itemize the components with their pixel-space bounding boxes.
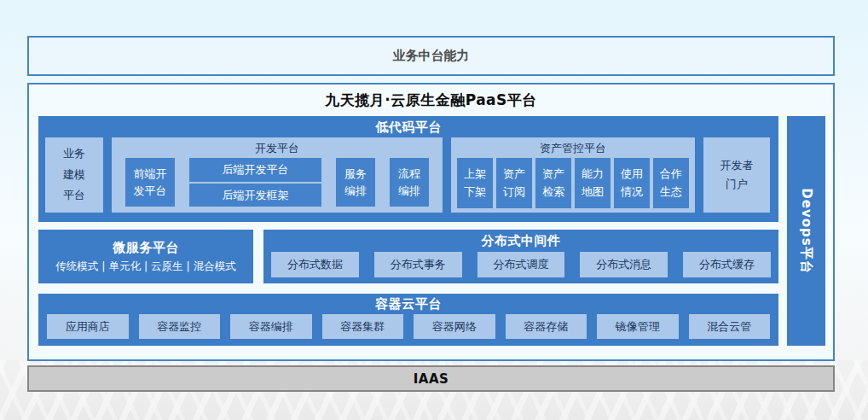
container-cloud-title: 容器云平台 bbox=[38, 294, 778, 314]
low-code-platform-section: 低代码平台 业务 建模 平台 开发平台 前端开 发平台 后端开发平台 后端开发框… bbox=[38, 116, 778, 222]
asset-control-platform-group: 资产管控平台 上架 下架 资产 订阅 资产 检索 能力 地图 使用 情况 合作 … bbox=[451, 137, 695, 213]
distributed-middleware-section: 分布式中间件 分布式数据 分布式事务 分布式调度 分布式消息 分布式缓存 bbox=[263, 230, 778, 283]
asset-control-items: 上架 下架 资产 订阅 资产 检索 能力 地图 使用 情况 合作 生态 bbox=[451, 158, 695, 213]
dev-platform-items: 前端开 发平台 后端开发平台 后端开发框架 服务 编排 流程 编排 bbox=[112, 158, 443, 213]
middleware-item-data: 分布式数据 bbox=[271, 252, 359, 277]
iaas-label: IAAS bbox=[414, 371, 449, 387]
paas-platform-content: 低代码平台 业务 建模 平台 开发平台 前端开 发平台 后端开发平台 后端开发框… bbox=[29, 116, 833, 346]
asset-item-shelf: 上架 下架 bbox=[457, 158, 493, 208]
asset-control-platform-title: 资产管控平台 bbox=[451, 137, 695, 158]
microservice-platform-title: 微服务平台 bbox=[113, 240, 179, 256]
platform-sections-column: 低代码平台 业务 建模 平台 开发平台 前端开 发平台 后端开发平台 后端开发框… bbox=[38, 116, 778, 346]
middleware-item-transaction: 分布式事务 bbox=[374, 252, 462, 277]
microservice-platform-box: 微服务平台 传统模式 | 单元化 | 云原生 | 混合模式 bbox=[38, 230, 253, 283]
devops-platform-bar: Devops平台 bbox=[787, 116, 825, 346]
asset-item-capability-map: 能力 地图 bbox=[575, 158, 610, 208]
asset-item-subscribe: 资产 订阅 bbox=[496, 158, 532, 208]
top-banner-business-midplatform: 业务中台能力 bbox=[27, 36, 835, 76]
asset-item-usage: 使用 情况 bbox=[614, 158, 650, 208]
asset-item-ecosystem: 合作 生态 bbox=[653, 158, 689, 208]
backend-dev-platform-box: 后端开发平台 bbox=[189, 158, 321, 182]
business-modeling-platform-box: 业务 建模 平台 bbox=[45, 137, 103, 213]
devops-platform-label: Devops平台 bbox=[798, 188, 814, 273]
backend-dev-column: 后端开发平台 后端开发框架 bbox=[189, 158, 321, 207]
microservice-platform-modes: 传统模式 | 单元化 | 云原生 | 混合模式 bbox=[55, 260, 235, 274]
low-code-platform-body: 业务 建模 平台 开发平台 前端开 发平台 后端开发平台 后端开发框架 服务 编… bbox=[38, 137, 778, 222]
frontend-dev-platform-box: 前端开 发平台 bbox=[125, 158, 175, 207]
service-orchestration-box: 服务 编排 bbox=[336, 158, 375, 207]
container-item-storage: 容器存储 bbox=[506, 314, 587, 339]
container-cloud-section: 容器云平台 应用商店 容器监控 容器编排 容器集群 容器网络 容器存储 镜像管理… bbox=[38, 294, 778, 346]
process-orchestration-box: 流程 编排 bbox=[390, 158, 429, 207]
container-item-network: 容器网络 bbox=[414, 314, 495, 339]
container-item-orchestration: 容器编排 bbox=[230, 314, 312, 339]
container-item-app-store: 应用商店 bbox=[47, 314, 129, 339]
developer-portal-box: 开发者 门户 bbox=[703, 137, 770, 213]
container-item-cluster: 容器集群 bbox=[322, 314, 404, 339]
top-banner-label: 业务中台能力 bbox=[393, 48, 470, 64]
middleware-item-scheduling: 分布式调度 bbox=[477, 252, 565, 277]
container-item-hybrid-cloud: 混合云管 bbox=[689, 314, 771, 339]
container-item-image-mgmt: 镜像管理 bbox=[597, 314, 679, 339]
iaas-bar: IAAS bbox=[27, 365, 835, 392]
container-cloud-items: 应用商店 容器监控 容器编排 容器集群 容器网络 容器存储 镜像管理 混合云管 bbox=[38, 314, 778, 346]
backend-dev-framework-box: 后端开发框架 bbox=[189, 184, 321, 207]
dev-platform-title: 开发平台 bbox=[112, 137, 443, 158]
paas-platform-title: 九天揽月·云原生金融PaaS平台 bbox=[29, 85, 833, 116]
middle-row: 微服务平台 传统模式 | 单元化 | 云原生 | 混合模式 分布式中间件 分布式… bbox=[38, 230, 778, 283]
middleware-item-message: 分布式消息 bbox=[580, 252, 668, 277]
container-item-monitoring: 容器监控 bbox=[139, 314, 221, 339]
middleware-item-cache: 分布式缓存 bbox=[683, 252, 771, 277]
distributed-middleware-title: 分布式中间件 bbox=[263, 230, 778, 252]
paas-platform-panel: 九天揽月·云原生金融PaaS平台 低代码平台 业务 建模 平台 开发平台 前端开… bbox=[27, 83, 835, 361]
low-code-platform-title: 低代码平台 bbox=[38, 116, 778, 137]
dev-platform-group: 开发平台 前端开 发平台 后端开发平台 后端开发框架 服务 编排 流程 编排 bbox=[112, 137, 443, 213]
asset-item-search: 资产 检索 bbox=[535, 158, 571, 208]
distributed-middleware-items: 分布式数据 分布式事务 分布式调度 分布式消息 分布式缓存 bbox=[263, 252, 778, 283]
